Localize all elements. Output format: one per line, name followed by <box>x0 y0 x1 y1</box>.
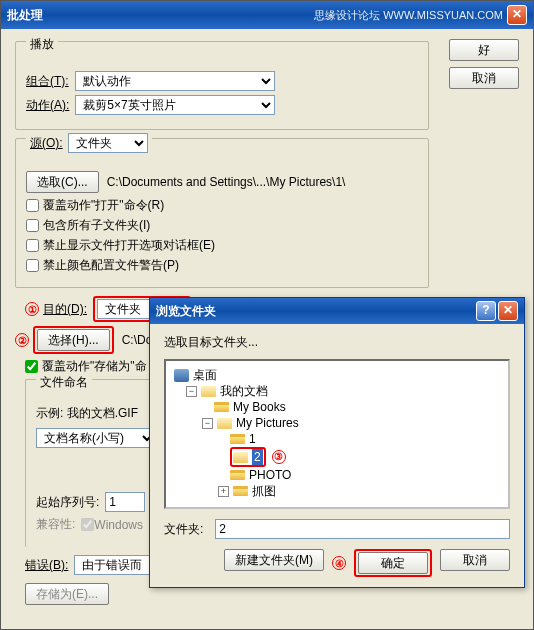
chk-suppress-color[interactable] <box>26 259 39 272</box>
playback-legend: 播放 <box>26 36 58 53</box>
action-label: 动作(A): <box>26 97 69 114</box>
chk-subfolders[interactable] <box>26 219 39 232</box>
chk-override-open[interactable] <box>26 199 39 212</box>
dest-path: C:\Do <box>122 333 153 347</box>
chk-override-save[interactable] <box>25 360 38 373</box>
cancel-button[interactable]: 取消 <box>449 67 519 89</box>
selected-folder[interactable]: 2 <box>252 449 263 465</box>
source-select[interactable]: 文件夹 <box>68 133 148 153</box>
collapse-icon[interactable]: − <box>186 386 197 397</box>
annotation-3: ③ <box>272 450 286 464</box>
action-select[interactable]: 裁剪5×7英寸照片 <box>75 95 275 115</box>
source-legend: 源(O): 文件夹 <box>26 133 152 153</box>
annotation-4: ④ <box>332 556 346 570</box>
folder-icon <box>230 470 245 480</box>
source-path: C:\Documents and Settings\...\My Picture… <box>107 175 346 189</box>
ok-button[interactable]: 好 <box>449 39 519 61</box>
startseq-input[interactable] <box>105 492 145 512</box>
ok-highlight: 确定 <box>354 549 432 577</box>
selected-highlight: 2 <box>230 447 266 467</box>
errors-label: 错误(B): <box>25 557 68 574</box>
set-label: 组合(T): <box>26 73 69 90</box>
playback-group: 播放 组合(T): 默认动作 动作(A): 裁剪5×7英寸照片 <box>15 41 429 130</box>
new-folder-button[interactable]: 新建文件夹(M) <box>224 549 324 571</box>
chk-suppress-open[interactable] <box>26 239 39 252</box>
saveas-button: 存储为(E)... <box>25 583 109 605</box>
browse-prompt: 选取目标文件夹... <box>164 334 510 351</box>
folder-icon <box>230 434 245 444</box>
annotation-1: ① <box>25 302 39 316</box>
browse-close-icon[interactable]: ✕ <box>498 301 518 321</box>
window-title: 批处理 <box>7 7 314 24</box>
compat-label: 兼容性: <box>36 516 75 533</box>
folder-label: 文件夹: <box>164 521 203 538</box>
browse-cancel-button[interactable]: 取消 <box>440 549 510 571</box>
main-titlebar: 批处理 思缘设计论坛 WWW.MISSYUAN.COM ✕ <box>1 1 533 29</box>
watermark-text: 思缘设计论坛 WWW.MISSYUAN.COM <box>314 8 503 23</box>
dest-choose-button[interactable]: 选择(H)... <box>37 329 110 351</box>
compat-windows-chk <box>81 518 94 531</box>
source-group: 源(O): 文件夹 选取(C)... C:\Documents and Sett… <box>15 138 429 288</box>
folder-icon <box>233 486 248 496</box>
close-icon[interactable]: ✕ <box>507 5 527 25</box>
choose-highlight: 选择(H)... <box>33 326 114 354</box>
desktop-icon <box>174 369 189 382</box>
folder-icon <box>217 418 232 429</box>
naming-legend: 文件命名 <box>36 374 92 391</box>
folder-icon <box>201 386 216 397</box>
annotation-2: ② <box>15 333 29 347</box>
folder-tree[interactable]: 桌面 −我的文档 My Books −My Pictures 1 2 ③ PHO… <box>164 359 510 509</box>
browse-title: 浏览文件夹 <box>156 303 476 320</box>
filename-token-select[interactable]: 文档名称(小写) <box>36 428 156 448</box>
expand-icon[interactable]: + <box>218 486 229 497</box>
help-icon[interactable]: ? <box>476 301 496 321</box>
example-text: 示例: 我的文档.GIF <box>36 405 165 422</box>
browse-ok-button[interactable]: 确定 <box>358 552 428 574</box>
browse-dialog: 浏览文件夹 ? ✕ 选取目标文件夹... 桌面 −我的文档 My Books −… <box>149 297 525 588</box>
set-select[interactable]: 默认动作 <box>75 71 275 91</box>
dest-label: 目的(D): <box>43 301 87 318</box>
folder-input[interactable] <box>215 519 510 539</box>
folder-icon <box>214 402 229 412</box>
folder-icon <box>233 452 248 463</box>
startseq-label: 起始序列号: <box>36 494 99 511</box>
collapse-icon[interactable]: − <box>202 418 213 429</box>
source-choose-button[interactable]: 选取(C)... <box>26 171 99 193</box>
